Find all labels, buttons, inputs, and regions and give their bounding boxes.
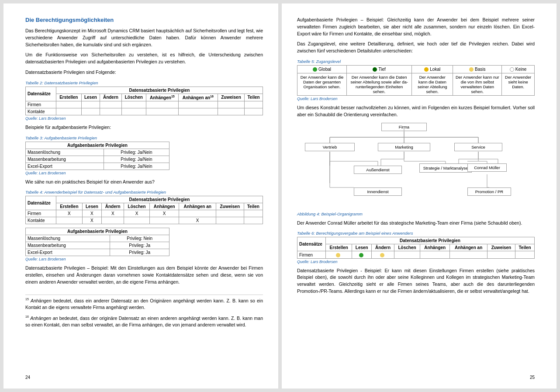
t6-anhangen: Anhängen	[420, 244, 450, 251]
table2-col-teilen: Teilen	[245, 94, 263, 101]
left-para4: Beispiele für aufgabenbasierte Privilegi…	[25, 124, 263, 131]
right-para3: Um dieses Konstrukt besser nachvollziehe…	[297, 104, 535, 118]
org-chart: Firma Vertrieb Marketing Service Außendi…	[297, 122, 535, 209]
org-strategie: Strategie / Marktanalyse	[419, 163, 472, 173]
desc-tief: Der Anwender kann die Daten seiner Abtei…	[347, 73, 412, 96]
table2-col-erstellen: Erstellen	[56, 94, 82, 101]
level-global: Global	[297, 65, 347, 73]
table3-caption: Tabelle 3: Aufgabenbasierte Privilegien	[25, 135, 263, 140]
t4-erstellen: Erstellen	[56, 203, 83, 210]
table-cell: Privileg: Ja	[110, 249, 169, 256]
table4b-header: Aufgabenbasierte Privilegien	[26, 228, 169, 235]
right-para1: Aufgabenbasierte Privilegien – Beispiel:…	[297, 17, 535, 37]
t6-anhangen-an: Anhängen an	[450, 244, 487, 251]
table-cell-anhangen-an	[450, 251, 487, 258]
t6-zuweisen: Zuweisen	[487, 244, 515, 251]
table-cell: X	[82, 210, 101, 217]
table-cell	[245, 108, 263, 115]
table-row: Excel-Export	[26, 163, 104, 170]
table5: Global Tief Lokal Basis Keine Der Anwend…	[297, 65, 535, 96]
footnote15: 15 Anhängen bedeutet, dass ein anderer D…	[25, 297, 263, 311]
table-cell	[179, 210, 216, 217]
page-left: Die Berechtigungsmöglichkeiten Das Berec…	[3, 3, 278, 389]
org-innendienst: Innendienst	[354, 187, 402, 196]
footnotes: 15 Anhängen bedeutet, dass ein anderer D…	[25, 295, 263, 329]
spread: Die Berechtigungsmöglichkeiten Das Berec…	[0, 0, 560, 392]
t6-erstellen: Erstellen	[326, 244, 352, 251]
table3: Aufgabenbasierte Privilegien Massenlösch…	[25, 142, 169, 170]
source2: Quelle: Lars Brodersen	[25, 116, 263, 121]
table-cell	[244, 217, 263, 224]
table-cell-lesen	[352, 251, 372, 258]
table-cell	[146, 108, 178, 115]
table2-col-andern: Ändern	[100, 94, 121, 101]
table-cell	[216, 217, 244, 224]
table-row: Kontakte	[26, 217, 56, 224]
table-row: Massenlöschung	[26, 235, 110, 242]
left-heading: Die Berechtigungsmöglichkeiten	[25, 17, 263, 23]
source6: Quelle: Lars Brodersen	[297, 260, 535, 264]
circle-green	[313, 67, 317, 72]
table-cell	[56, 217, 83, 224]
table-cell	[146, 101, 178, 108]
table6: Datensätze Datensatzbasierte Privilegien…	[297, 237, 535, 258]
circle-empty	[510, 67, 514, 72]
t4-teilen: Teilen	[244, 203, 263, 210]
page-right: Aufgabenbasierte Privilegien – Beispiel:…	[282, 3, 557, 389]
footnote16: 16 Anhängen an bedeutet, dass der origin…	[25, 315, 263, 329]
table-cell: X	[124, 210, 150, 217]
table4b: Aufgabenbasierte Privilegien Massenlösch…	[25, 228, 169, 256]
t4-andern: Ändern	[102, 203, 124, 210]
table6-group-header: Datensatzbasierte Privilegien	[326, 237, 535, 244]
right-para5: Datensatzbasierte Privilegien - Beispiel…	[297, 267, 535, 295]
table-cell-teilen	[515, 251, 535, 258]
table-row: Firmen	[26, 210, 56, 217]
table2: Datensätze Datensatzbasierte Privilegien…	[25, 87, 263, 115]
table6-caption: Tabelle 6: Berechtigungsvergabe am Beisp…	[297, 231, 535, 236]
org-aussendienst: Außendienst	[354, 166, 402, 174]
table-cell: Privileg: Ja/Nein	[104, 156, 169, 163]
table-cell: X	[179, 217, 216, 224]
table-cell	[124, 217, 150, 224]
org-conrad: Conrad Müller	[467, 163, 507, 172]
table-cell: Privileg: Ja/Nein	[104, 149, 169, 156]
source3: Quelle: Lars Brodersen	[25, 171, 263, 175]
table-cell	[245, 101, 263, 108]
t4-anhangen: Anhängen	[149, 203, 179, 210]
table2-col-lesen: Lesen	[81, 94, 100, 101]
figure-caption: Abbildung 4: Beispiel-Organigramm	[297, 212, 535, 216]
org-service: Service	[454, 143, 502, 151]
right-para4: Der Anwender Conrad Müller arbeitet für …	[297, 220, 535, 227]
table-cell-anhangen	[420, 251, 450, 258]
table-row: Firmen	[26, 101, 56, 108]
desc-basis: Der Anwender kann nur die von ihm selbst…	[453, 73, 502, 96]
table4-group-header: Datensatzbasierte Privilegien	[56, 196, 263, 203]
left-para1: Das Berechtigungskonzept im Microsoft Dy…	[25, 28, 263, 48]
left-para6: Datensatzbasierte Privilegien – Beispiel…	[25, 265, 263, 285]
table-cell	[56, 101, 82, 108]
t4-loschen: Löschen	[124, 203, 150, 210]
t6-loschen: Löschen	[394, 244, 420, 251]
table-row: Massenbearbeitung	[26, 242, 110, 249]
table6-col-header: Datensätze	[297, 237, 326, 251]
circle-andern	[380, 253, 384, 257]
table-row: Massenlöschung	[26, 149, 104, 156]
level-keine: Keine	[502, 65, 535, 73]
table-cell	[244, 210, 263, 217]
desc-global: Der Anwender kann die Daten der gesamten…	[297, 73, 347, 96]
table-cell: Privileg: Ja	[110, 242, 169, 249]
table-row: Firmen	[297, 251, 326, 258]
table-cell: X	[56, 210, 83, 217]
org-marketing: Marketing	[378, 143, 430, 151]
table5-caption: Tabelle 5: Zugangslevel	[297, 59, 535, 64]
circle-erstellen	[336, 253, 340, 257]
circle-lesen	[359, 253, 363, 257]
table-cell: Privileg: Nein	[110, 235, 169, 242]
desc-keine: Der Anwender sieht keine Daten.	[502, 73, 535, 96]
table2-col-zuweisen: Zuweisen	[218, 94, 244, 101]
t6-lesen: Lesen	[352, 244, 372, 251]
table-cell	[121, 108, 146, 115]
table-cell: X	[102, 210, 124, 217]
circle-light-yellow	[469, 67, 474, 72]
table2-group-header: Datensatzbasierte Privilegien	[56, 87, 263, 94]
